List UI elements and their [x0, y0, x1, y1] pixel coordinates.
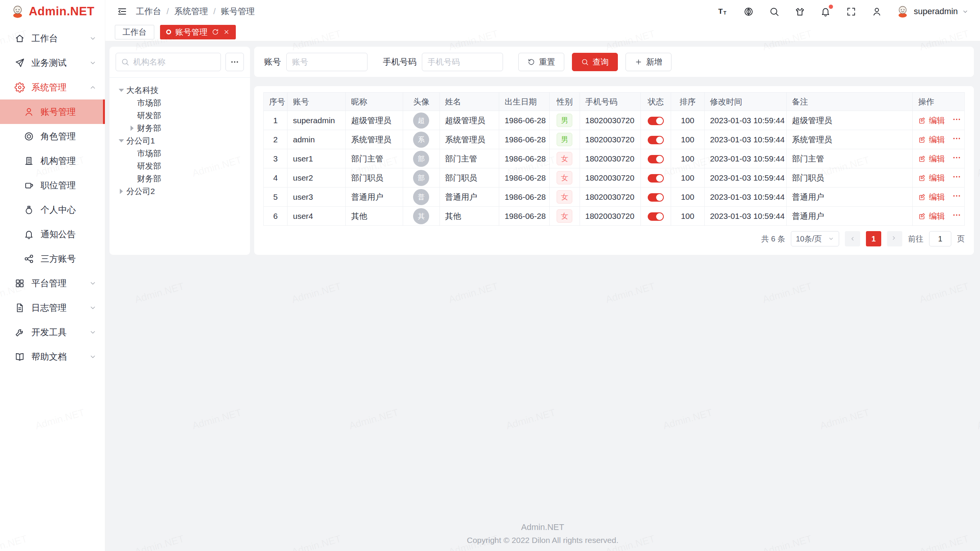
submenu-item-notice[interactable]: 通知公告: [0, 222, 105, 246]
edit-button[interactable]: 编辑: [918, 153, 945, 164]
menu-item-label: 帮助文档: [31, 351, 89, 363]
profile-button[interactable]: [872, 7, 882, 17]
row-actions: 编辑: [918, 210, 959, 222]
search-button[interactable]: [769, 7, 779, 17]
reset-label: 重置: [539, 57, 555, 67]
tree-node[interactable]: 财务部: [113, 122, 246, 134]
submenu-item-org-manage[interactable]: 机构管理: [0, 148, 105, 173]
edit-button[interactable]: 编辑: [918, 192, 945, 202]
tree-node[interactable]: 市场部: [113, 147, 246, 160]
submenu-item-label: 三方账号: [41, 253, 96, 265]
cell-sort: 100: [671, 130, 704, 149]
status-toggle[interactable]: [648, 212, 664, 221]
status-toggle[interactable]: [648, 136, 664, 144]
gender-badge: 女: [557, 209, 572, 223]
status-toggle[interactable]: [648, 155, 664, 163]
cell-actions: 编辑: [913, 187, 965, 207]
submenu-item-label: 角色管理: [41, 130, 96, 142]
org-search-input[interactable]: [133, 57, 216, 67]
reset-button[interactable]: 重置: [518, 53, 564, 71]
cell-name: 部门职员: [439, 168, 499, 187]
column-header: 手机号码: [580, 93, 640, 111]
fullscreen-button[interactable]: [846, 7, 856, 17]
font-size-button[interactable]: TT: [718, 7, 728, 17]
edit-button[interactable]: 编辑: [918, 173, 945, 183]
menu-item-dev-tools[interactable]: 开发工具: [0, 320, 105, 344]
refresh-tab-icon[interactable]: [212, 28, 219, 36]
caret-right-icon[interactable]: [127, 126, 137, 131]
row-more-button[interactable]: [948, 153, 961, 164]
breadcrumb-item-workbench[interactable]: 工作台: [136, 6, 161, 17]
menu-item-business-test[interactable]: 业务测试: [0, 51, 105, 75]
status-toggle[interactable]: [648, 174, 664, 183]
notification-button[interactable]: [820, 7, 831, 17]
collapse-sidebar-button[interactable]: [117, 6, 127, 17]
topbar-icons: TT: [718, 7, 882, 17]
refresh-icon: [528, 58, 535, 66]
cell-gender: 女: [550, 149, 580, 168]
breadcrumb-item-system[interactable]: 系统管理: [174, 6, 208, 17]
menu-item-workbench[interactable]: 工作台: [0, 26, 105, 51]
phone-input[interactable]: [422, 53, 503, 71]
cell-nickname: 超级管理员: [346, 111, 403, 130]
menu-item-log-manage[interactable]: 日志管理: [0, 295, 105, 320]
tree-node[interactable]: 研发部: [113, 109, 246, 122]
submenu-item-account-manage[interactable]: 账号管理: [0, 99, 105, 124]
tree-node[interactable]: 研发部: [113, 160, 246, 172]
query-button[interactable]: 查询: [572, 53, 618, 71]
edit-button[interactable]: 编辑: [918, 211, 945, 222]
goto-page-input[interactable]: [929, 231, 951, 246]
chevron-down-icon: [89, 353, 96, 360]
submenu-item-position-manage[interactable]: 职位管理: [0, 173, 105, 197]
page-size-select[interactable]: 10条/页: [791, 231, 839, 246]
tree-node[interactable]: 大名科技: [113, 84, 246, 96]
submenu-item-label: 机构管理: [41, 155, 96, 167]
submenu-item-personal-center[interactable]: 个人中心: [0, 197, 105, 222]
next-page-button[interactable]: [887, 231, 902, 246]
search-icon: [769, 7, 779, 17]
cell-index: 2: [264, 130, 287, 149]
account-input[interactable]: [286, 53, 368, 71]
tab-workbench[interactable]: 工作台: [115, 25, 154, 39]
menu-item-system-manage[interactable]: 系统管理: [0, 75, 105, 99]
edit-button[interactable]: 编辑: [918, 134, 945, 145]
org-more-button[interactable]: [225, 53, 244, 71]
tree-node[interactable]: 分公司2: [113, 185, 246, 197]
menu-item-platform-manage[interactable]: 平台管理: [0, 271, 105, 295]
status-toggle[interactable]: [648, 117, 664, 125]
tree-node[interactable]: 分公司1: [113, 134, 246, 147]
cell-status: [641, 187, 671, 207]
caret-down-icon[interactable]: [116, 89, 126, 92]
user-menu[interactable]: superadmin: [896, 5, 969, 18]
chevron-right-icon: [892, 236, 898, 242]
search-icon: [121, 58, 129, 66]
cell-gender: 男: [550, 111, 580, 130]
menu-item-help-docs[interactable]: 帮助文档: [0, 344, 105, 369]
current-page[interactable]: 1: [866, 231, 881, 246]
edit-button[interactable]: 编辑: [918, 115, 945, 126]
user-icon: [872, 7, 882, 17]
row-more-button[interactable]: [948, 191, 961, 202]
status-toggle[interactable]: [648, 193, 664, 202]
caret-down-icon[interactable]: [116, 139, 126, 142]
row-more-button[interactable]: [948, 172, 961, 183]
theme-button[interactable]: [795, 7, 805, 17]
row-more-button[interactable]: [948, 115, 961, 126]
cell-avatar: 部: [403, 168, 439, 187]
tree-node[interactable]: 财务部: [113, 172, 246, 185]
row-more-button[interactable]: [948, 134, 961, 145]
row-more-button[interactable]: [948, 210, 961, 222]
cell-avatar: 普: [403, 187, 439, 207]
add-button[interactable]: 新增: [626, 53, 671, 71]
language-button[interactable]: [743, 7, 754, 17]
cell-remark: 部门主管: [786, 149, 913, 168]
avatar: 部: [413, 151, 429, 167]
tab-account-manage[interactable]: 账号管理: [160, 25, 236, 39]
tree-node[interactable]: 市场部: [113, 96, 246, 109]
caret-right-icon[interactable]: [116, 189, 126, 194]
gender-badge: 男: [557, 114, 572, 127]
prev-page-button[interactable]: [845, 231, 860, 246]
submenu-item-third-account[interactable]: 三方账号: [0, 246, 105, 271]
close-tab-icon[interactable]: [223, 29, 230, 35]
submenu-item-role-manage[interactable]: 角色管理: [0, 124, 105, 148]
